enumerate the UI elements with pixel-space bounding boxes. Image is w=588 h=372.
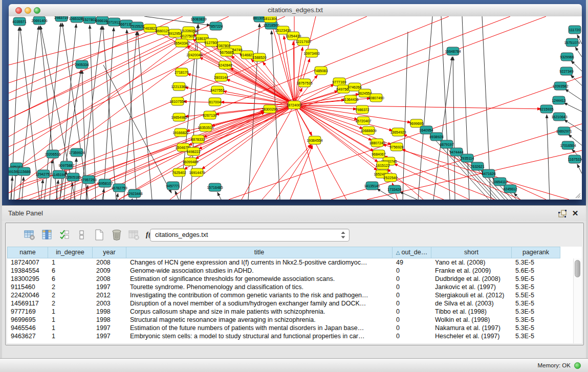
graph-node[interactable]: 15716485 [207, 183, 223, 191]
window-resize-grip[interactable] [574, 191, 581, 199]
graph-node[interactable]: 12923448 [126, 189, 142, 198]
graph-node[interactable]: 2522540 [383, 173, 397, 182]
zoom-window-button[interactable] [34, 7, 40, 14]
graph-node[interactable]: 1145194 [52, 170, 66, 179]
graph-node[interactable]: 2935114 [461, 154, 474, 162]
graph-node[interactable]: 7986372 [355, 105, 369, 114]
graph-node[interactable]: 9498222 [186, 147, 200, 156]
close-panel-icon[interactable]: ✕ [571, 209, 579, 217]
graph-node[interactable]: 15751074 [564, 38, 580, 47]
graph-node[interactable]: 9329966 [560, 53, 574, 61]
table-options-button[interactable] [23, 229, 36, 241]
graph-node[interactable]: 20206516 [45, 150, 60, 158]
graph-node[interactable]: 90975887 [58, 161, 74, 169]
graph-node[interactable]: 8427552 [210, 86, 224, 94]
float-panel-icon[interactable] [558, 209, 567, 218]
table-row[interactable]: 1872400712008Changes of HCN gene express… [7, 258, 573, 267]
graph-node[interactable]: 8938928 [429, 133, 443, 141]
graph-node[interactable]: 10654112 [492, 178, 508, 186]
table-row[interactable]: 1456911722003Disruption of a novel membe… [7, 299, 573, 308]
graph-node[interactable]: 18757515 [296, 79, 312, 87]
delete-table-button[interactable] [127, 229, 140, 241]
graph-node[interactable]: 9457771 [166, 182, 180, 190]
graph-node[interactable]: 3912954 [168, 29, 182, 37]
graph-node[interactable]: 10807490 [368, 94, 384, 102]
graph-node[interactable]: 16210643 [551, 113, 567, 121]
graph-node[interactable]: 16099489 [182, 158, 198, 166]
graph-node[interactable]: 10973493 [303, 49, 319, 57]
graph-node[interactable]: 1527802 [82, 16, 96, 24]
network-table-select[interactable]: citations_edges.txt [150, 229, 350, 242]
select-rows-button[interactable] [58, 229, 71, 241]
table-row[interactable]: 1938455462009Genome-wide association stu… [7, 267, 573, 275]
graph-node[interactable]: 16648784 [445, 47, 461, 55]
graph-node[interactable]: 18724007 [286, 101, 302, 109]
graph-node[interactable]: 111720 [569, 26, 581, 34]
graph-node[interactable]: 16782759 [111, 184, 127, 192]
vertical-scrollbar[interactable] [573, 258, 582, 343]
graph-node[interactable]: 18300295 [262, 105, 277, 113]
column-header-name[interactable]: name [7, 247, 48, 258]
row-height-button[interactable] [75, 229, 88, 241]
graph-node[interactable]: 17359924 [69, 148, 84, 157]
graph-node[interactable]: 10688609 [360, 126, 376, 135]
graph-node[interactable]: 17957253 [80, 176, 96, 184]
graph-node[interactable]: 18107554 [169, 97, 185, 105]
create-column-button[interactable] [93, 229, 105, 241]
show-columns-button[interactable] [40, 229, 53, 241]
column-header-pagerank[interactable]: pagerank [512, 247, 560, 258]
graph-node[interactable]: 9245612 [503, 185, 517, 193]
graph-node[interactable]: 1167533 [568, 155, 582, 163]
graph-node[interactable]: 15720407 [355, 117, 371, 125]
column-header-title[interactable]: title [126, 247, 393, 258]
graph-node[interactable]: 9684067 [372, 150, 385, 158]
window-titlebar[interactable]: citations_edges.txt [9, 4, 582, 17]
graph-node[interactable]: 16083839 [190, 16, 206, 23]
graph-node[interactable]: 1588520 [252, 53, 266, 61]
graph-node[interactable]: 7463822 [143, 24, 157, 32]
delete-column-button[interactable] [110, 229, 123, 241]
graph-node[interactable]: 12217937 [295, 37, 311, 46]
graph-node[interactable]: 19166822 [172, 128, 188, 137]
table-row[interactable]: 1830029562008Estimation of significance … [7, 275, 573, 283]
graph-node[interactable]: 19892971 [556, 127, 572, 135]
table-row[interactable]: 946554611997Estimation of the future num… [7, 324, 573, 332]
graph-node[interactable]: 16353514 [198, 123, 213, 132]
graph-node[interactable]: 18807249 [369, 139, 385, 147]
graph-node[interactable]: 9227349 [559, 67, 573, 75]
graph-node[interactable]: 2718170 [175, 68, 188, 76]
graph-node[interactable]: 2983719 [54, 16, 68, 21]
graph-node[interactable]: 19654985 [171, 113, 187, 121]
table-row[interactable]: 969969511998Structural magnetic resonanc… [7, 316, 573, 324]
graph-node[interactable]: 8267130 [203, 111, 216, 119]
graph-node[interactable]: 2905334 [75, 60, 89, 69]
graph-node[interactable]: 8215935 [539, 105, 553, 113]
graph-node[interactable]: 7857224 [209, 22, 223, 30]
graph-node[interactable]: 8878332 [191, 135, 205, 143]
graph-node[interactable]: 1733426 [387, 185, 401, 193]
graph-node[interactable]: 12213369 [171, 82, 187, 91]
graph-node[interactable]: 13654923 [390, 128, 406, 136]
table-row[interactable]: 977716911998Corpus callosum shape and si… [7, 308, 573, 316]
graph-node[interactable]: 16543342 [173, 39, 189, 47]
graph-node[interactable]: 5675685 [220, 48, 233, 56]
graph-node[interactable]: 12942757 [35, 170, 51, 178]
graph-node[interactable]: 2803144 [214, 73, 228, 81]
graph-node[interactable]: 9242848 [218, 61, 232, 69]
column-header-short[interactable]: short [431, 247, 512, 258]
graph-node[interactable]: 9756928 [389, 143, 403, 151]
memory-status-icon[interactable] [574, 362, 581, 369]
graph-node[interactable]: 817004 [209, 98, 221, 106]
scrollbar-thumb[interactable] [575, 260, 580, 277]
graph-node[interactable]: 1615122 [376, 161, 389, 169]
table-row[interactable]: 946362711997Embryonic stem cells: a mode… [7, 332, 573, 340]
column-header-year[interactable]: year [93, 247, 126, 258]
graph-node[interactable]: 6879197 [440, 140, 453, 148]
column-header-out_de[interactable]: △out_de… [393, 247, 431, 258]
graph-node[interactable]: 1115686 [17, 167, 31, 176]
network-canvas[interactable]: 4035571206914062983719106532871527802696… [9, 16, 582, 200]
graph-node[interactable]: 7632621 [470, 162, 484, 170]
graph-node[interactable]: 7625402 [172, 168, 186, 177]
close-window-button[interactable] [15, 7, 22, 14]
graph-node[interactable]: 12093582 [552, 82, 568, 90]
